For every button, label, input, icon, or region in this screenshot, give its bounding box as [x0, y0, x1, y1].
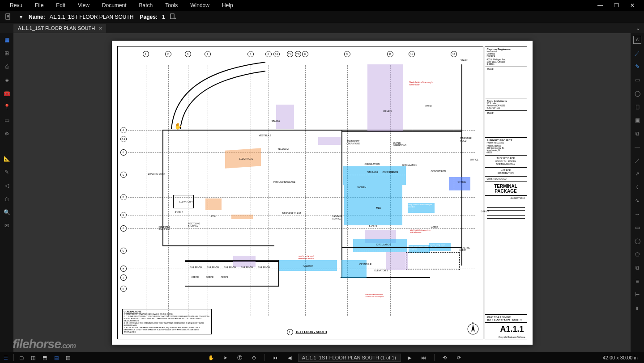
- single-page-icon[interactable]: ▢: [16, 355, 27, 361]
- document-tab[interactable]: A1.1.1_1ST FLOOR PLAN SOUTH ✕: [13, 24, 106, 33]
- menu-batch[interactable]: Batch: [133, 2, 159, 8]
- menu-edit[interactable]: Edit: [50, 2, 72, 8]
- tb-stamp-label: STAMP:: [487, 68, 525, 71]
- menu-document[interactable]: Document: [96, 2, 133, 8]
- pen-icon[interactable]: ✎: [633, 63, 641, 71]
- group-tool-icon[interactable]: ⧉: [633, 264, 641, 272]
- drawing-border: 1 2 3 4 5 6 6.6 7.4 7.8 8 9 10: [117, 46, 483, 339]
- plan-partition: [341, 131, 462, 248]
- continuous-icon[interactable]: ▤: [51, 355, 62, 361]
- bookmarks-icon[interactable]: ⎙: [3, 63, 11, 71]
- sequence-tool-icon[interactable]: ⫾: [633, 304, 641, 312]
- layers-icon[interactable]: ◈: [3, 76, 11, 84]
- room-label: OFFICE: [470, 158, 478, 161]
- split-vertical-icon[interactable]: ◫: [27, 355, 39, 361]
- first-page-icon[interactable]: ⏮: [269, 355, 281, 360]
- select-tool-icon[interactable]: ➤: [220, 355, 231, 361]
- file-dropdown-icon[interactable]: ▾: [16, 12, 26, 22]
- tab-close-icon[interactable]: ✕: [98, 25, 102, 31]
- menu-file[interactable]: File: [29, 2, 50, 8]
- document-page: 1 2 3 4 5 6 6.6 7.4 7.8 8 9 10: [112, 41, 533, 345]
- main-workspace: ▦ ⊞ ⎙ ◈ 🧰 📍 ▭ ⚙ 📐 ✎ ◁ ⎙ 🔍 ✉ 1 2 3 4: [0, 33, 644, 352]
- grid-bubble-row: A.6: [120, 136, 127, 142]
- file-access-icon[interactable]: [4, 12, 13, 22]
- text-tool-icon[interactable]: A: [633, 36, 641, 44]
- next-view-icon[interactable]: ⟳: [453, 355, 465, 361]
- grid-bubble-col: 6.6: [273, 51, 280, 57]
- edit-icon[interactable]: ✎: [3, 168, 11, 176]
- menu-revu[interactable]: Revu: [4, 2, 29, 8]
- tb-firm1-disc: Mechanical Electrical Plumbing: [487, 51, 525, 57]
- toolchest-icon[interactable]: 🧰: [3, 89, 11, 97]
- divider-icon: —: [633, 143, 641, 151]
- general-note-body: 1. CONTRACTOR DRAWINGS ARE BASED ON THE …: [124, 313, 210, 333]
- forms-icon[interactable]: ▭: [3, 116, 11, 124]
- ellipse-tool-icon[interactable]: ◯: [633, 237, 641, 245]
- rectangle-tool-icon[interactable]: ▭: [633, 224, 641, 232]
- menu-window[interactable]: Window: [184, 2, 216, 8]
- text-select-icon[interactable]: Ⓣ: [234, 355, 246, 361]
- tab-overflow-icon[interactable]: ⌄: [636, 25, 640, 31]
- pan-tool-icon[interactable]: ✋: [205, 355, 217, 361]
- dimension-tool-icon[interactable]: ↔: [633, 210, 641, 218]
- callout-icon[interactable]: ⎕: [633, 103, 641, 111]
- window-close-button[interactable]: ✕: [624, 2, 640, 8]
- tb-project-no: Project No: 323232: [487, 142, 525, 144]
- grid-line: [146, 65, 146, 316]
- room-label: VESTIBULE: [259, 134, 272, 137]
- window-maximize-button[interactable]: ❐: [608, 2, 624, 8]
- page-indicator[interactable]: A1.1.1_1ST FLOOR PLAN SOUTH (1 of 1): [298, 354, 401, 362]
- arrow-tool-icon[interactable]: ↗: [633, 170, 641, 178]
- last-page-icon[interactable]: ⏭: [418, 355, 430, 360]
- grid-bubble-col: 5: [247, 51, 254, 57]
- apps-icon[interactable]: ⊞: [3, 49, 11, 57]
- grid-bubble-col: 6: [265, 51, 272, 57]
- shape-icon[interactable]: ◁: [3, 182, 11, 190]
- prev-page-icon[interactable]: ◀: [284, 355, 295, 361]
- grid-bubble-col: 3: [185, 51, 191, 57]
- prev-view-icon[interactable]: ⟲: [439, 355, 451, 361]
- places-icon[interactable]: 📍: [3, 103, 11, 111]
- print-icon[interactable]: ⎙: [3, 195, 11, 203]
- rect-annot-icon[interactable]: ▭: [633, 76, 641, 84]
- polygon-tool-icon[interactable]: ⬠: [633, 250, 641, 258]
- thumbnails-icon[interactable]: ▦: [3, 36, 11, 44]
- measure-icon[interactable]: 📐: [3, 155, 11, 163]
- count-tool-icon[interactable]: ⊢: [633, 291, 641, 299]
- next-page-icon[interactable]: ▶: [404, 355, 415, 361]
- room-label: LOADING DOCK: [148, 173, 165, 175]
- window-minimize-button[interactable]: —: [592, 2, 608, 8]
- menu-view[interactable]: View: [72, 2, 96, 8]
- image-tool-icon[interactable]: ▣: [633, 116, 641, 124]
- line-tool-icon[interactable]: ／: [633, 156, 641, 165]
- crop-icon[interactable]: ⧉: [633, 130, 641, 138]
- plan-partition: [173, 195, 194, 208]
- arc-tool-icon[interactable]: ⤹: [633, 183, 641, 191]
- room-label: STAIR 1: [461, 59, 469, 62]
- menu-help[interactable]: Help: [216, 2, 239, 8]
- multi-page-icon[interactable]: ▥: [62, 355, 74, 361]
- plan-wall: [162, 245, 274, 246]
- document-viewport[interactable]: 1 2 3 4 5 6 6.6 7.4 7.8 8 9 10: [13, 33, 631, 352]
- grid-line: [305, 65, 306, 316]
- room-label: RECYCLING STORAGE: [188, 223, 205, 227]
- room-label: INBOUND BAGGAGE: [273, 181, 295, 183]
- highlight-lavender: [367, 64, 403, 131]
- pan-cursor-icon: ✋: [174, 122, 182, 130]
- annotation-ramp-detail: Need details of the ramp's construction: [409, 81, 435, 86]
- align-tool-icon[interactable]: ≡: [633, 277, 641, 285]
- new-page-icon[interactable]: +: [168, 12, 178, 22]
- page-indicator-label: A1.1.1_1ST FLOOR PLAN SOUTH (1 of 1): [302, 355, 396, 360]
- circle-annot-icon[interactable]: ◯: [633, 89, 641, 97]
- svg-text:+: +: [174, 17, 176, 21]
- menu-tools[interactable]: Tools: [159, 2, 184, 8]
- comment-icon[interactable]: ✉: [3, 222, 11, 230]
- polyline-tool-icon[interactable]: ∿: [633, 197, 641, 205]
- split-horizontal-icon[interactable]: ⬒: [39, 355, 51, 361]
- room-label: PATIO: [426, 105, 432, 107]
- settings-icon[interactable]: ⚙: [3, 130, 11, 138]
- panel-toggle-icon[interactable]: ☰: [0, 355, 12, 361]
- search-icon[interactable]: 🔍: [3, 208, 11, 216]
- zoom-out-icon[interactable]: ⊖: [248, 355, 260, 361]
- highlighter-icon[interactable]: ／: [633, 49, 641, 57]
